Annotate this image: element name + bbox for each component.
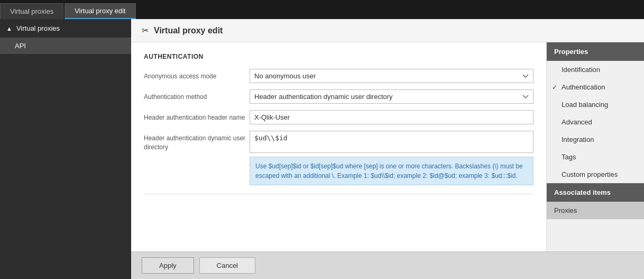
sidebar-item-api[interactable]: API (0, 38, 131, 54)
form-row-header-name: Header authentication header name (144, 110, 533, 124)
textarea-dynamic-user-dir[interactable]: $ud\\$id (250, 131, 533, 153)
hint-dynamic-user-dir: Use $ud[sep]$id or $id[sep]$ud where [se… (250, 157, 533, 185)
label-dynamic-user-dir: Header authentication dynamic user direc… (144, 131, 250, 152)
scissors-icon: ✂ (142, 25, 149, 35)
page-title: Virtual proxy edit (154, 26, 223, 35)
tab-virtual-proxy-edit[interactable]: Virtual proxy edit (65, 3, 136, 19)
props-item-authentication[interactable]: Authentication (547, 78, 644, 96)
control-auth-method: Header authentication dynamic user direc… (250, 89, 533, 104)
page-header: ✂ Virtual proxy edit (131, 19, 644, 42)
sidebar-item-api-label: API (15, 42, 26, 50)
tab-virtual-proxies[interactable]: Virtual proxies (0, 3, 63, 19)
select-anonymous-access[interactable]: No anonymous user Allow anonymous user A… (250, 69, 533, 83)
label-auth-method: Authentication method (144, 89, 250, 102)
control-header-name (250, 110, 533, 124)
form-row-dynamic-user-dir: Header authentication dynamic user direc… (144, 131, 533, 185)
control-dynamic-user-dir: $ud\\$id Use $ud[sep]$id or $id[sep]$ud … (250, 131, 533, 185)
control-anonymous-access: No anonymous user Allow anonymous user A… (250, 69, 533, 83)
select-auth-method[interactable]: Header authentication dynamic user direc… (250, 89, 533, 104)
props-item-advanced[interactable]: Advanced (547, 113, 644, 131)
sidebar-section-label: Virtual proxies (16, 24, 60, 32)
props-item-integration[interactable]: Integration (547, 131, 644, 148)
props-item-identification[interactable]: Identification (547, 61, 644, 78)
top-tab-bar: Virtual proxies Virtual proxy edit (0, 0, 644, 19)
associated-items-header: Associated items (547, 183, 644, 202)
props-item-load-balancing[interactable]: Load balancing (547, 96, 644, 113)
props-item-custom-properties[interactable]: Custom properties (547, 166, 644, 183)
tab-virtual-proxies-label: Virtual proxies (10, 7, 53, 15)
scroll-content: AUTHENTICATION Anonymous access mode No … (131, 42, 644, 251)
form-row-auth-method: Authentication method Header authenticat… (144, 89, 533, 104)
separator (144, 194, 533, 194)
section-title-authentication: AUTHENTICATION (144, 53, 533, 60)
apply-button[interactable]: Apply (142, 257, 194, 274)
tab-virtual-proxy-edit-label: Virtual proxy edit (75, 7, 126, 15)
form-panel: AUTHENTICATION Anonymous access mode No … (131, 42, 546, 251)
assoc-item-proxies[interactable]: Proxies (547, 202, 644, 219)
label-anonymous-access: Anonymous access mode (144, 69, 250, 81)
properties-panel: Properties Identification Authentication… (546, 42, 644, 251)
chevron-up-icon: ▲ (6, 25, 12, 32)
bottom-bar: Apply Cancel (131, 251, 644, 279)
input-header-name[interactable] (250, 110, 533, 124)
form-row-anonymous-access: Anonymous access mode No anonymous user … (144, 69, 533, 83)
cancel-button[interactable]: Cancel (199, 257, 255, 274)
sidebar-section-virtual-proxies[interactable]: ▲ Virtual proxies (0, 19, 131, 38)
label-header-name: Header authentication header name (144, 110, 250, 122)
main-layout: ▲ Virtual proxies API ✂ Virtual proxy ed… (0, 19, 644, 279)
props-item-tags[interactable]: Tags (547, 148, 644, 166)
content-area: ✂ Virtual proxy edit AUTHENTICATION Anon… (131, 19, 644, 279)
properties-section-header: Properties (547, 42, 644, 61)
sidebar: ▲ Virtual proxies API (0, 19, 131, 279)
